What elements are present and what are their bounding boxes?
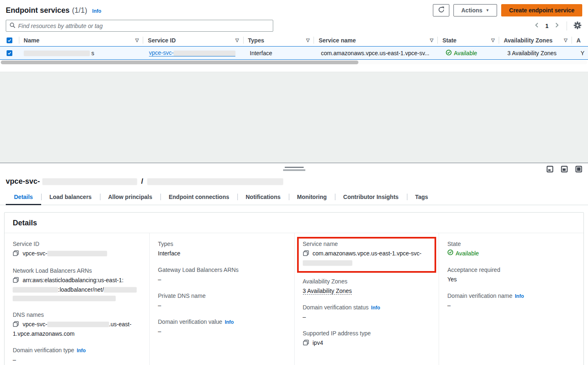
- tab-notifications[interactable]: Notifications: [237, 190, 289, 205]
- tab-details[interactable]: Details: [6, 190, 41, 205]
- field-supported-ip-address-type: Supported IP address type ipv4: [303, 330, 431, 348]
- pagination-current-page[interactable]: 1: [544, 23, 549, 29]
- pagination-next-button[interactable]: [553, 21, 561, 30]
- field-dns-names: DNS names vpce-svc-.us-east-1.vpce.amazo…: [13, 311, 141, 338]
- filter-toolbar: 1: [0, 17, 588, 34]
- filter-icon[interactable]: ▽: [430, 37, 433, 43]
- field-domain-verification-type: Domain verification typeInfo –: [13, 347, 141, 364]
- availability-zones-popover-link[interactable]: 3 Availability Zones: [303, 288, 352, 295]
- gear-icon: [574, 21, 581, 30]
- copy-icon[interactable]: [303, 250, 309, 259]
- column-header-service-id[interactable]: Service ID▽: [143, 34, 243, 46]
- refresh-icon: [438, 6, 445, 14]
- column-header-partial[interactable]: A: [572, 34, 588, 46]
- filter-icon[interactable]: ▽: [135, 37, 139, 43]
- filter-icon[interactable]: ▽: [235, 37, 239, 43]
- chevron-down-icon: ▼: [486, 9, 489, 12]
- details-column-4: State Available Acceptance required Yes …: [439, 233, 583, 365]
- info-link[interactable]: Info: [92, 8, 101, 14]
- redacted-text: [147, 178, 283, 185]
- field-availability-zones: Availability Zones 3 Availability Zones: [303, 278, 431, 295]
- table-row[interactable]: s vpce-svc- Interface com.amazonaws.vpce…: [0, 46, 588, 60]
- panel-tabs: Details Load balancers Allow principals …: [0, 190, 588, 205]
- tab-endpoint-connections[interactable]: Endpoint connections: [160, 190, 237, 205]
- settings-button[interactable]: [573, 21, 582, 31]
- panel-medium-icon: [561, 166, 568, 174]
- actions-dropdown-button[interactable]: Actions ▼: [453, 4, 497, 16]
- column-header-name[interactable]: Name▽: [19, 34, 143, 46]
- redacted-text: [47, 251, 107, 256]
- filter-icon[interactable]: ▽: [564, 37, 567, 43]
- redacted-text: [174, 51, 235, 56]
- horizontal-scrollbar: [1, 61, 587, 64]
- panel-small-icon: [546, 166, 553, 174]
- details-card: Details Service ID vpce-svc- Network Loa…: [4, 212, 584, 365]
- filter-icon[interactable]: ▽: [491, 37, 495, 43]
- field-private-dns-name: Private DNS name –: [158, 292, 286, 310]
- row-checkbox[interactable]: [7, 50, 12, 56]
- info-link[interactable]: Info: [371, 305, 380, 311]
- copy-icon[interactable]: [13, 277, 19, 285]
- details-heading: Details: [13, 219, 575, 227]
- tab-monitoring[interactable]: Monitoring: [289, 190, 335, 205]
- column-header-availability-zones[interactable]: Availability Zones▽: [499, 34, 572, 46]
- check-circle-icon: [447, 249, 453, 258]
- detail-split-panel: vpce-svc-/ Details Load balancers Allow …: [0, 163, 588, 365]
- info-link[interactable]: Info: [77, 348, 86, 353]
- panel-size-small-button[interactable]: [546, 166, 553, 174]
- tab-load-balancers[interactable]: Load balancers: [41, 190, 100, 205]
- tab-allow-principals[interactable]: Allow principals: [100, 190, 160, 205]
- redacted-text: [47, 322, 109, 327]
- search-box: [6, 20, 273, 32]
- field-domain-verification-value: Domain verification valueInfo –: [158, 318, 286, 336]
- cell-partial: Y: [576, 50, 588, 56]
- field-types: Types Interface: [158, 241, 286, 258]
- resource-count: (1/1): [72, 6, 87, 15]
- service-id-link[interactable]: vpce-svc-: [149, 49, 235, 56]
- panel-size-medium-button[interactable]: [561, 166, 568, 174]
- panel-large-icon: [575, 166, 582, 174]
- field-domain-verification-name: Domain verification nameInfo –: [447, 292, 575, 310]
- divider: [567, 21, 567, 30]
- column-header-state[interactable]: State▽: [437, 34, 499, 46]
- pagination-prev-button[interactable]: [533, 21, 541, 30]
- column-header-service-name[interactable]: Service name▽: [314, 34, 437, 46]
- details-column-1: Service ID vpce-svc- Network Load Balanc…: [5, 233, 149, 365]
- info-link[interactable]: Info: [515, 293, 524, 299]
- cell-types: Interface: [245, 50, 316, 56]
- info-link[interactable]: Info: [225, 319, 234, 325]
- chevron-right-icon: [553, 22, 560, 30]
- scrollbar-thumb[interactable]: [1, 61, 358, 64]
- check-circle-icon: [446, 49, 452, 57]
- filter-icon[interactable]: ▽: [306, 37, 309, 43]
- copy-icon[interactable]: [303, 339, 309, 348]
- panel-size-controls: [546, 166, 582, 174]
- redacted-text: [42, 178, 137, 185]
- panel-size-large-button[interactable]: [575, 166, 582, 174]
- page-header: Endpoint services (1/1) Info Actions ▼ C…: [0, 0, 588, 17]
- tab-tags[interactable]: Tags: [407, 190, 437, 205]
- field-domain-verification-status: Domain verification statusInfo –: [303, 304, 431, 321]
- empty-background-area: [0, 72, 588, 163]
- field-state: State Available: [447, 241, 575, 258]
- select-all-checkbox[interactable]: [7, 37, 12, 43]
- column-header-types[interactable]: Types▽: [243, 34, 314, 46]
- actions-label: Actions: [461, 7, 482, 14]
- endpoint-services-list-section: Endpoint services (1/1) Info Actions ▼ C…: [0, 0, 588, 72]
- availability-zones-popover-link[interactable]: 3 Availability Zones: [507, 50, 557, 56]
- tab-contributor-insights[interactable]: Contributor Insights: [335, 190, 407, 205]
- copy-icon[interactable]: [13, 321, 19, 330]
- field-service-id: Service ID vpce-svc-: [13, 241, 141, 259]
- refresh-button[interactable]: [433, 4, 449, 16]
- search-input[interactable]: [18, 23, 270, 29]
- cell-service-id: vpce-svc-: [144, 49, 245, 56]
- copy-icon[interactable]: [13, 250, 19, 259]
- field-glb-arns: Gateway Load Balancers ARNs –: [158, 267, 286, 284]
- cell-service-name: com.amazonaws.vpce.us-east-1.vpce-sv...: [316, 50, 441, 56]
- service-name-highlight-box: Service name com.amazonaws.vpce.us-east-…: [297, 237, 437, 273]
- redacted-text: [24, 51, 90, 56]
- chevron-left-icon: [534, 22, 540, 30]
- create-endpoint-service-button[interactable]: Create endpoint service: [501, 4, 582, 16]
- panel-resize-handle[interactable]: [280, 167, 309, 171]
- panel-title: vpce-svc-/: [0, 175, 588, 190]
